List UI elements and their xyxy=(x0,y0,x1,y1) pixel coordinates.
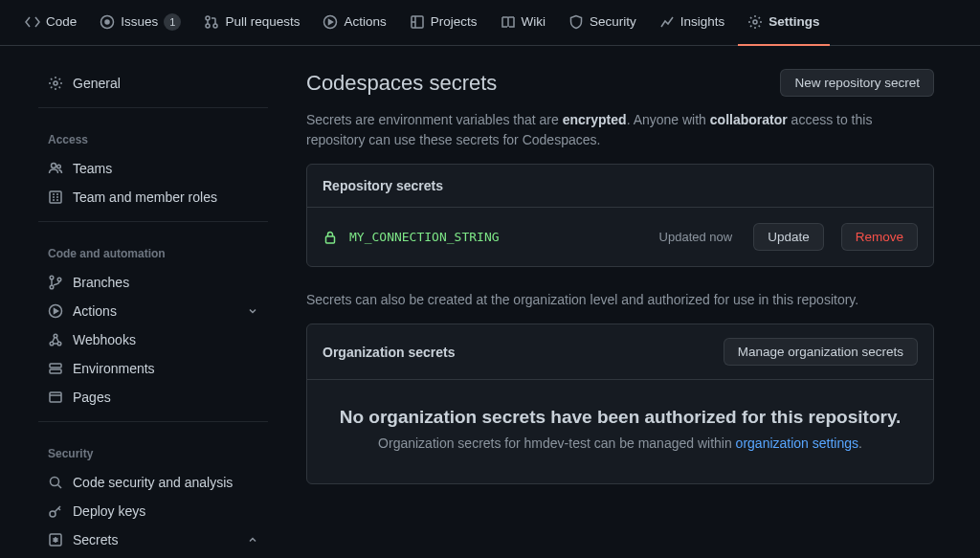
page-description: Secrets are environment variables that a… xyxy=(306,110,934,150)
org-icon xyxy=(48,190,63,205)
group-security: Security xyxy=(38,432,268,468)
nav-pulls-label: Pull requests xyxy=(225,14,300,29)
key-icon xyxy=(48,503,63,519)
update-secret-button[interactable]: Update xyxy=(753,223,824,251)
svg-point-22 xyxy=(51,478,59,486)
asterisk-icon xyxy=(48,532,63,547)
nav-actions[interactable]: Actions xyxy=(313,0,395,46)
page-title: Codespaces secrets xyxy=(306,71,497,96)
svg-point-17 xyxy=(57,342,61,346)
secret-row: MY_CONNECTION_STRING Updated now Update … xyxy=(307,208,933,266)
nav-code-label: Code xyxy=(46,14,77,29)
chevron-down-icon xyxy=(247,305,258,317)
svg-point-14 xyxy=(57,278,61,281)
repository-secrets-panel: Repository secrets MY_CONNECTION_STRING … xyxy=(306,164,934,267)
divider xyxy=(38,107,268,108)
nav-projects[interactable]: Projects xyxy=(400,0,487,46)
nav-issues-label: Issues xyxy=(121,14,158,29)
divider xyxy=(38,421,268,422)
svg-point-12 xyxy=(50,276,54,279)
chevron-up-icon xyxy=(247,534,258,546)
nav-security[interactable]: Security xyxy=(559,0,646,46)
nav-insights[interactable]: Insights xyxy=(650,0,735,46)
nav-security-label: Security xyxy=(590,14,636,29)
lock-icon xyxy=(323,230,338,245)
repo-nav: Code Issues1 Pull requests Actions Proje… xyxy=(0,0,980,46)
panel-header: Repository secrets xyxy=(307,165,933,208)
svg-point-13 xyxy=(50,285,54,289)
webhook-icon xyxy=(48,332,63,347)
panel-header: Organization secrets Manage organization… xyxy=(307,324,933,380)
svg-rect-11 xyxy=(50,191,61,203)
sidebar-branches[interactable]: Branches xyxy=(38,268,268,297)
sidebar-team-roles-label: Team and member roles xyxy=(73,190,217,205)
nav-wiki[interactable]: Wiki xyxy=(491,0,556,46)
organization-secrets-title: Organization secrets xyxy=(323,345,456,360)
svg-rect-19 xyxy=(50,364,61,368)
remove-secret-button[interactable]: Remove xyxy=(841,223,918,251)
svg-point-7 xyxy=(753,20,757,24)
org-empty-state: No organization secrets have been author… xyxy=(307,380,933,483)
server-icon xyxy=(48,361,63,376)
nav-settings[interactable]: Settings xyxy=(738,0,829,46)
sidebar-deploy-keys[interactable]: Deploy keys xyxy=(38,497,268,525)
graph-icon xyxy=(659,14,675,30)
nav-code[interactable]: Code xyxy=(15,0,86,46)
sidebar-environments-label: Environments xyxy=(73,361,155,376)
svg-point-4 xyxy=(213,24,217,28)
sidebar-code-security-label: Code security and analysis xyxy=(73,475,233,490)
branch-icon xyxy=(48,275,63,290)
nav-pulls[interactable]: Pull requests xyxy=(194,0,309,46)
nav-settings-label: Settings xyxy=(768,14,819,29)
settings-sidebar: General Access Teams Team and member rol… xyxy=(0,46,283,558)
sidebar-teams-label: Teams xyxy=(73,161,112,176)
org-empty-title: No organization secrets have been author… xyxy=(323,407,918,428)
sidebar-actions-label: Actions xyxy=(73,303,117,319)
play-icon xyxy=(48,303,63,319)
nav-wiki-label: Wiki xyxy=(522,14,546,29)
sidebar-environments[interactable]: Environments xyxy=(38,354,268,383)
sidebar-code-security[interactable]: Code security and analysis xyxy=(38,468,268,497)
svg-point-8 xyxy=(54,81,57,85)
manage-organization-secrets-button[interactable]: Manage organization secrets xyxy=(724,338,918,366)
sidebar-general[interactable]: General xyxy=(38,69,268,98)
sidebar-secrets-actions[interactable]: Actions xyxy=(38,554,268,558)
gear-icon xyxy=(747,14,763,30)
sidebar-webhooks[interactable]: Webhooks xyxy=(38,325,268,354)
sidebar-secrets[interactable]: Secrets xyxy=(38,525,268,554)
nav-insights-label: Insights xyxy=(680,14,725,29)
svg-point-10 xyxy=(57,165,61,168)
page-header: Codespaces secrets New repository secret xyxy=(306,69,934,97)
group-access: Access xyxy=(38,118,268,154)
secret-name: MY_CONNECTION_STRING xyxy=(349,230,648,244)
shield-icon xyxy=(568,14,584,30)
svg-rect-20 xyxy=(50,369,61,373)
divider xyxy=(38,221,268,222)
new-repository-secret-button[interactable]: New repository secret xyxy=(780,69,934,97)
sidebar-branches-label: Branches xyxy=(73,275,129,290)
svg-rect-21 xyxy=(50,392,61,402)
issues-count: 1 xyxy=(164,13,181,31)
people-icon xyxy=(48,161,63,176)
sidebar-team-roles[interactable]: Team and member roles xyxy=(38,183,268,212)
sidebar-deploy-keys-label: Deploy keys xyxy=(73,503,145,519)
sidebar-teams[interactable]: Teams xyxy=(38,154,268,183)
repository-secrets-title: Repository secrets xyxy=(323,178,443,193)
scan-icon xyxy=(48,475,63,490)
sidebar-pages[interactable]: Pages xyxy=(38,383,268,412)
nav-projects-label: Projects xyxy=(431,14,478,29)
secret-updated: Updated now xyxy=(659,230,733,244)
code-icon xyxy=(25,14,40,30)
main-content: Codespaces secrets New repository secret… xyxy=(283,46,980,558)
org-empty-text: Organization secrets for hmdev-test can … xyxy=(323,435,918,451)
sidebar-general-label: General xyxy=(73,76,121,91)
sidebar-webhooks-label: Webhooks xyxy=(73,332,136,347)
nav-issues[interactable]: Issues1 xyxy=(90,0,190,46)
svg-point-9 xyxy=(52,164,56,168)
play-icon xyxy=(323,14,338,30)
sidebar-actions[interactable]: Actions xyxy=(38,297,268,325)
pr-icon xyxy=(204,14,219,30)
organization-settings-link[interactable]: organization settings xyxy=(736,435,858,451)
browser-icon xyxy=(48,390,63,405)
svg-point-2 xyxy=(206,16,210,20)
